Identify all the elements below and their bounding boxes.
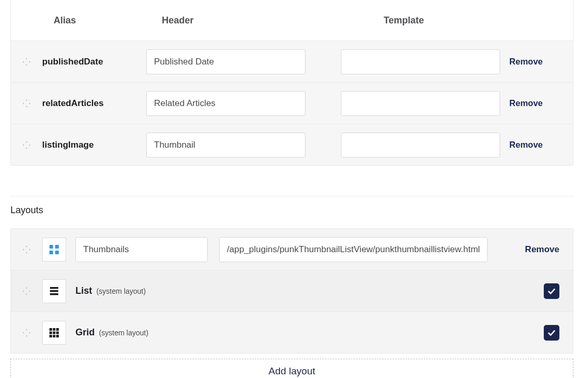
svg-rect-8	[53, 328, 56, 331]
drag-handle-icon[interactable]	[11, 286, 42, 296]
column-header-template: Template	[323, 15, 484, 26]
svg-rect-10	[49, 331, 52, 334]
column-template-input[interactable]	[341, 91, 500, 116]
svg-rect-15	[56, 335, 59, 337]
svg-rect-9	[56, 328, 59, 331]
column-row: relatedArticles Remove	[11, 82, 573, 124]
remove-column-button[interactable]: Remove	[484, 57, 557, 67]
column-header-input[interactable]	[146, 133, 305, 158]
layout-enabled-checkbox[interactable]	[544, 283, 559, 299]
column-header-input[interactable]	[146, 49, 305, 74]
column-alias: publishedDate	[42, 57, 146, 67]
drag-handle-icon[interactable]	[11, 140, 42, 150]
system-layout-tag: (system layout)	[99, 329, 148, 337]
svg-rect-0	[49, 245, 53, 249]
layout-name-input[interactable]	[75, 237, 208, 262]
column-row: listingImage Remove	[11, 124, 573, 165]
column-alias: listingImage	[42, 140, 146, 150]
svg-rect-5	[50, 290, 58, 292]
columns-header-row: Alias Header Template	[11, 0, 573, 41]
svg-rect-4	[50, 287, 58, 289]
drag-handle-icon[interactable]	[11, 57, 42, 67]
grid-icon	[42, 321, 66, 345]
layout-path-input[interactable]	[219, 237, 488, 262]
svg-rect-13	[49, 335, 52, 337]
remove-layout-button[interactable]: Remove	[525, 244, 559, 255]
layout-name: List	[75, 285, 92, 296]
svg-rect-2	[49, 251, 53, 254]
column-header-alias: Alias	[42, 15, 146, 26]
svg-rect-6	[50, 293, 58, 295]
drag-handle-icon[interactable]	[11, 245, 42, 254]
add-layout-button[interactable]: Add layout	[10, 359, 573, 378]
svg-rect-7	[49, 328, 52, 331]
svg-rect-3	[55, 251, 59, 254]
layout-row-custom: Remove	[11, 229, 573, 270]
layouts-section-title: Layouts	[10, 196, 573, 216]
layout-name: Grid	[75, 327, 95, 337]
system-layout-tag: (system layout)	[96, 287, 146, 295]
remove-column-button[interactable]: Remove	[484, 140, 557, 150]
svg-rect-14	[53, 335, 56, 337]
drag-handle-icon[interactable]	[11, 328, 42, 337]
column-header-header: Header	[146, 15, 323, 26]
column-row: publishedDate Remove	[11, 41, 573, 82]
layouts-list: Remove List (system layout)	[10, 228, 573, 354]
column-alias: relatedArticles	[42, 98, 146, 109]
column-template-input[interactable]	[341, 49, 500, 74]
column-header-input[interactable]	[146, 91, 305, 116]
columns-table: Alias Header Template publishedDate Remo…	[10, 0, 573, 166]
thumbnails-icon	[42, 238, 66, 262]
column-template-input[interactable]	[341, 133, 500, 158]
layout-row-system: List (system layout)	[11, 270, 573, 312]
list-icon	[42, 279, 66, 303]
svg-rect-1	[55, 245, 59, 249]
layout-row-system: Grid (system layout)	[11, 312, 573, 354]
remove-column-button[interactable]: Remove	[484, 98, 557, 108]
layout-enabled-checkbox[interactable]	[544, 325, 559, 341]
svg-rect-12	[56, 331, 59, 334]
drag-handle-icon[interactable]	[11, 99, 42, 108]
svg-rect-11	[53, 331, 56, 334]
